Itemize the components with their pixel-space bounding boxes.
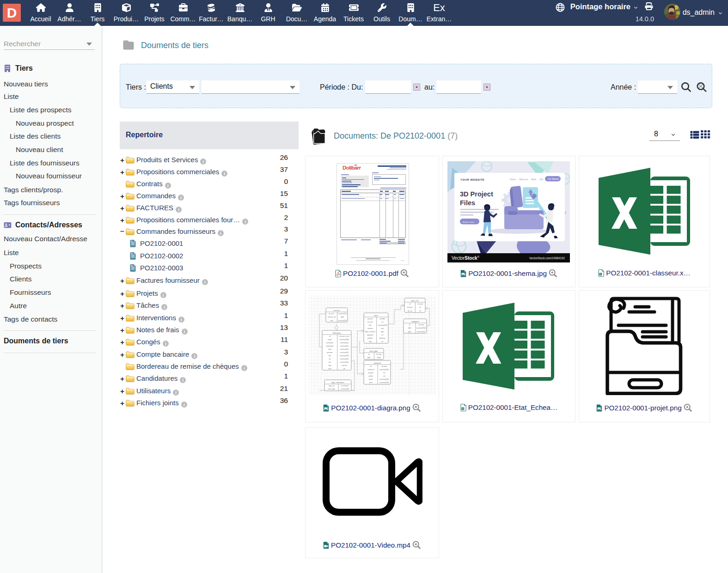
- svg-text:comment: comment: [367, 369, 374, 371]
- svg-text:type_utilisateur: type_utilisateur: [331, 381, 344, 384]
- svg-text:fax: fax: [329, 361, 331, 363]
- svg-text:text: text: [381, 328, 384, 329]
- svg-text:varchar(25): varchar(25): [338, 313, 347, 315]
- svg-text:VectorStock.com/24584192: VectorStock.com/24584192: [529, 256, 565, 260]
- svg-text:Field: Field: [377, 357, 381, 359]
- svg-text:icon: icon: [330, 320, 333, 322]
- svg-text:id_post: id_post: [367, 318, 373, 320]
- svg-text:varchar(255): varchar(255): [340, 355, 349, 357]
- svg-text:publish: publish: [367, 337, 373, 339]
- svg-text:sociaux_id: sociaux_id: [328, 316, 336, 318]
- svg-text:varchar(20): varchar(20): [340, 361, 349, 363]
- svg-text:tel: tel: [329, 358, 330, 360]
- svg-text:id_post: id_post: [407, 306, 413, 308]
- svg-text:libel: libel: [408, 327, 411, 329]
- svg-text:int: int: [383, 375, 385, 377]
- svg-text:Utilisateur: Utilisateur: [332, 332, 341, 334]
- svg-text:varchar(25): varchar(25): [417, 331, 425, 333]
- svg-text:img: img: [369, 341, 372, 342]
- svg-text:author: author: [368, 375, 373, 377]
- svg-text:id_user: id_user: [367, 321, 373, 323]
- svg-text:post_cat: post_cat: [411, 299, 419, 302]
- svg-text:varchar(250): varchar(250): [416, 327, 426, 329]
- svg-text:int auto_incre: int auto_incre: [339, 335, 349, 337]
- svg-text:varchar(25): varchar(25): [340, 342, 349, 344]
- svg-text:password: password: [326, 345, 333, 347]
- svg-text:id: id: [368, 354, 370, 355]
- svg-text:increment: increment: [341, 385, 349, 387]
- svg-text:Button name: Button name: [463, 221, 474, 223]
- svg-text:post_type: post_type: [370, 350, 378, 352]
- svg-text:nom_type: nom_type: [328, 388, 335, 390]
- svg-text:3D Project: 3D Project: [460, 190, 493, 198]
- svg-text:int: int: [419, 310, 421, 312]
- svg-text:varchar(200): varchar(200): [378, 324, 387, 326]
- svg-text:number: number: [379, 318, 385, 320]
- svg-text:Work: Work: [531, 178, 537, 181]
- svg-text:email: email: [369, 378, 373, 380]
- svg-text:nom: nom: [369, 382, 373, 384]
- svg-text:varchar(25): varchar(25): [340, 352, 349, 354]
- svg-text:boolean: boolean: [379, 337, 385, 339]
- svg-text:int: int: [381, 341, 383, 342]
- svg-text:int: int: [343, 368, 345, 370]
- svg-text:type: type: [408, 331, 411, 333]
- svg-text:Home: Home: [510, 178, 516, 181]
- svg-text:id: id: [329, 335, 330, 337]
- svg-text:categorie: categorie: [411, 320, 420, 323]
- svg-text:prenom: prenom: [327, 352, 332, 354]
- svg-text:id_cat: id_cat: [408, 310, 412, 312]
- svg-text:varchar(256): varchar(256): [340, 339, 349, 341]
- svg-text:title: title: [369, 324, 372, 326]
- svg-text:int auto: int auto: [417, 303, 423, 305]
- svg-text:varchar: varchar: [342, 365, 348, 366]
- svg-text:int auto: int auto: [418, 324, 424, 326]
- svg-text:date: date: [381, 331, 384, 333]
- svg-text:comment: comment: [373, 362, 382, 364]
- svg-text:Type: Type: [341, 316, 344, 318]
- svg-text:Get Started: Get Started: [548, 178, 559, 180]
- svg-text:int: int: [381, 334, 383, 336]
- svg-text:int: int: [381, 321, 383, 323]
- svg-text:varchar(20): varchar(20): [340, 358, 349, 360]
- svg-text:int auto: int auto: [376, 354, 382, 355]
- svg-text:username: username: [326, 342, 333, 344]
- svg-text:libel: libel: [367, 357, 371, 359]
- svg-text:typepost: typepost: [367, 334, 373, 336]
- svg-text:YOUR WEBSITE: YOUR WEBSITE: [460, 178, 484, 181]
- svg-text:id: id: [370, 366, 372, 367]
- svg-text:varchar(25): varchar(25): [338, 320, 347, 322]
- svg-text:int: int: [419, 306, 421, 308]
- svg-text:id_post: id_post: [368, 372, 373, 374]
- svg-text:int auto: int auto: [381, 366, 387, 367]
- svg-text:id_user: id_user: [329, 313, 335, 315]
- svg-text:About us: About us: [519, 178, 528, 181]
- svg-text:varchar(25): varchar(25): [340, 345, 349, 347]
- svg-text:sociaux: sociaux: [334, 309, 340, 311]
- svg-text:varchar(25): varchar(25): [340, 348, 349, 350]
- svg-text:varchar(26): varchar(26): [341, 388, 349, 390]
- svg-text:Files: Files: [460, 199, 475, 207]
- svg-text:int: int: [383, 372, 385, 374]
- svg-text:VectorStock®: VectorStock®: [452, 256, 480, 261]
- svg-text:varchar(100): varchar(100): [379, 382, 389, 384]
- svg-text:varchar(100): varchar(100): [379, 378, 389, 380]
- svg-text:id: id: [409, 324, 410, 326]
- svg-text:id: id: [409, 303, 410, 305]
- svg-text:content: content: [367, 328, 373, 329]
- svg-text:type_id: type_id: [329, 385, 334, 387]
- svg-text:Info: Info: [539, 178, 543, 181]
- svg-text:post: post: [374, 314, 379, 317]
- svg-text:icon: icon: [328, 368, 331, 370]
- svg-text:nom: nom: [328, 348, 331, 350]
- svg-text:img: img: [328, 365, 331, 366]
- svg-text:varchar(255): varchar(255): [379, 369, 389, 371]
- svg-text:date_creation: date_creation: [365, 331, 375, 333]
- svg-text:email: email: [328, 339, 332, 341]
- svg-text:bio: bio: [329, 355, 331, 357]
